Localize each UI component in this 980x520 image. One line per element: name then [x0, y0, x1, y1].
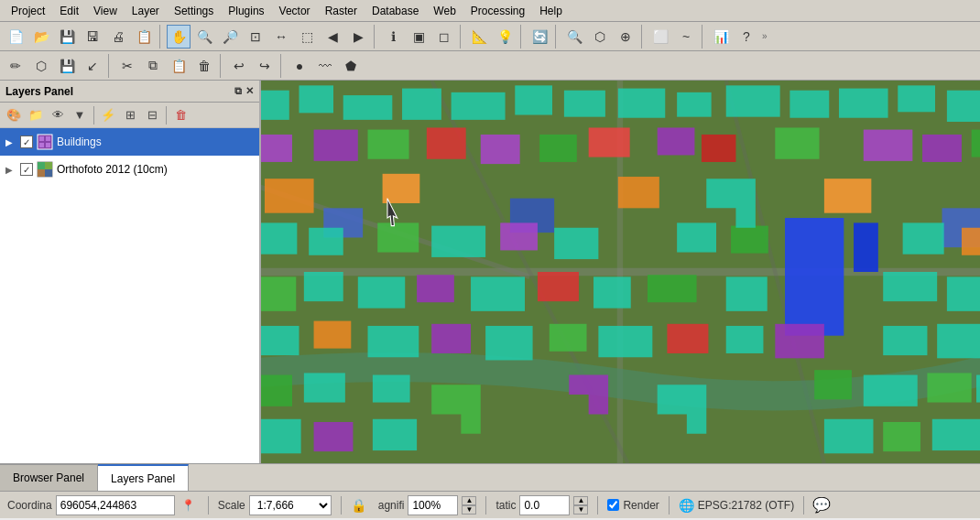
svg-rect-19 — [402, 89, 441, 120]
paste-button[interactable]: 📋 — [167, 54, 191, 78]
zoom-area2-button[interactable]: ⊕ — [614, 25, 637, 49]
redo-button[interactable]: ↪ — [253, 54, 277, 78]
help-button[interactable]: ? — [735, 25, 758, 49]
zoom-out-button[interactable]: 🔎 — [218, 25, 242, 49]
new-project-button[interactable]: 📄 — [4, 25, 27, 49]
svg-rect-41 — [702, 135, 736, 162]
identify2-button[interactable]: 🔍 — [562, 25, 586, 49]
lock-scale-button[interactable]: 🔒 — [347, 493, 371, 517]
open-project-button[interactable]: 📂 — [29, 25, 53, 49]
panel-close-icon[interactable]: ✕ — [245, 85, 254, 97]
magnifier-item: agnifi ▲ ▼ — [375, 495, 481, 515]
menu-project[interactable]: Project — [4, 3, 52, 19]
filter-layers-button[interactable]: ⚡ — [98, 105, 118, 125]
panel-float-icon[interactable]: ⧉ — [234, 85, 242, 97]
tab-browser-panel[interactable]: Browser Panel — [0, 464, 98, 491]
magnifier-label: agnifi — [378, 499, 405, 512]
menu-web[interactable]: Web — [426, 3, 463, 19]
layer-expand-orthofoto[interactable]: ▶ — [5, 165, 16, 175]
open-style-button[interactable]: 📁 — [26, 105, 46, 125]
menu-processing[interactable]: Processing — [463, 3, 532, 19]
magnifier-down-button[interactable]: ▼ — [462, 505, 476, 515]
messages-button[interactable]: 💬 — [810, 493, 833, 517]
menu-view[interactable]: View — [86, 3, 125, 19]
print-layout-button[interactable]: 🖨 — [106, 25, 130, 49]
svg-rect-32 — [481, 135, 520, 164]
svg-rect-68 — [593, 276, 631, 308]
menu-settings[interactable]: Settings — [167, 3, 221, 19]
menu-layer[interactable]: Layer — [125, 3, 167, 19]
edit-pencil-button[interactable]: ✏ — [4, 54, 27, 78]
save-as-button[interactable]: 🖫 — [81, 25, 104, 49]
rollback-button[interactable]: ↙ — [81, 54, 104, 78]
toolbar-more-button[interactable]: » — [760, 31, 769, 41]
zoom-selected-button[interactable]: ⬚ — [295, 25, 319, 49]
render-checkbox[interactable] — [607, 499, 619, 511]
select-freehand-button[interactable]: ~ — [674, 25, 698, 49]
manage-themes-button[interactable]: ▼ — [70, 105, 90, 125]
layer-visibility-orthofoto[interactable]: ✓ — [20, 163, 33, 176]
svg-rect-18 — [343, 95, 393, 120]
delete-button[interactable]: 🗑 — [192, 54, 216, 78]
zoom-in-button[interactable]: 🔍 — [192, 25, 216, 49]
add-layer-button[interactable]: 🎨 — [4, 105, 24, 125]
scale-select[interactable]: 1:7,666 1:5,000 1:10,000 — [249, 495, 332, 515]
identify-button[interactable]: ℹ — [381, 25, 405, 49]
layer-visibility-buildings[interactable]: ✓ — [20, 135, 33, 148]
layer-item-buildings[interactable]: ▶ ✓ Buildings — [0, 128, 259, 156]
layer-item-orthofoto[interactable]: ▶ ✓ Orthofoto 2012 (10cm) — [0, 156, 259, 183]
map-view[interactable] — [261, 81, 980, 463]
magnifier-up-button[interactable]: ▲ — [462, 496, 476, 505]
render-label: Render — [623, 499, 659, 512]
menu-edit[interactable]: Edit — [52, 3, 86, 19]
deselect-button[interactable]: ◻ — [432, 25, 456, 49]
magnifier-input[interactable] — [408, 495, 458, 515]
add-group-button[interactable]: 👁 — [48, 105, 68, 125]
coordinate-input[interactable] — [56, 495, 175, 515]
collapse-all-button[interactable]: ⊟ — [142, 105, 162, 125]
add-polygon-button[interactable]: ⬟ — [339, 54, 363, 78]
tips-button[interactable]: 💡 — [493, 25, 517, 49]
crs-item[interactable]: 🌐 EPSG:21782 (OTF) — [675, 498, 798, 513]
map-canvas[interactable] — [261, 81, 980, 463]
stats-button[interactable]: 📊 — [709, 25, 733, 49]
zoom-next-button[interactable]: ▶ — [346, 25, 370, 49]
add-point-button[interactable]: ● — [288, 54, 311, 78]
rotation-up-button[interactable]: ▲ — [573, 496, 588, 505]
svg-rect-52 — [261, 222, 297, 254]
save-edits-button[interactable]: 💾 — [55, 54, 79, 78]
layer-expand-buildings[interactable]: ▶ — [5, 137, 16, 147]
toolbar-edit: ✏ ⬡ 💾 ↙ ✂ ⧉ 📋 🗑 ↩ ↪ ● 〰 ⬟ — [0, 51, 980, 81]
node-tool-button[interactable]: ⬡ — [29, 54, 53, 78]
coordinate-copy-button[interactable]: 📍 — [179, 495, 199, 515]
menu-raster[interactable]: Raster — [318, 3, 365, 19]
select-features-button[interactable]: ▣ — [407, 25, 430, 49]
menu-plugins[interactable]: Plugins — [221, 3, 271, 19]
pan-tool-button[interactable]: ✋ — [167, 25, 191, 49]
tab-layers-panel[interactable]: Layers Panel — [98, 464, 189, 491]
select-rect-button[interactable]: ⬜ — [648, 25, 672, 49]
expand-all-button[interactable]: ⊞ — [120, 105, 140, 125]
layer-icon-orthofoto — [37, 161, 53, 178]
svg-rect-95 — [824, 419, 874, 454]
rotation-down-button[interactable]: ▼ — [573, 505, 588, 515]
menu-help[interactable]: Help — [532, 3, 570, 19]
zoom-layer-button[interactable]: ↔ — [269, 25, 293, 49]
add-line-button[interactable]: 〰 — [313, 54, 337, 78]
svg-rect-56 — [500, 222, 538, 250]
remove-layer-button[interactable]: 🗑 — [170, 105, 191, 125]
zoom-full-button[interactable]: ⊡ — [244, 25, 267, 49]
zoom-prev-button[interactable]: ◀ — [321, 25, 344, 49]
copy-button[interactable]: ⧉ — [141, 54, 165, 78]
menu-database[interactable]: Database — [365, 3, 426, 19]
print-atlas-button[interactable]: 📋 — [132, 25, 156, 49]
zoom-area-button[interactable]: ⬡ — [588, 25, 612, 49]
measure-button[interactable]: 📐 — [467, 25, 491, 49]
save-project-button[interactable]: 💾 — [55, 25, 79, 49]
separator-7 — [702, 25, 705, 49]
menu-vector[interactable]: Vector — [272, 3, 318, 19]
refresh-button[interactable]: 🔄 — [528, 25, 551, 49]
undo-button[interactable]: ↩ — [227, 54, 251, 78]
cut-button[interactable]: ✂ — [115, 54, 139, 78]
rotation-input[interactable] — [519, 495, 570, 515]
